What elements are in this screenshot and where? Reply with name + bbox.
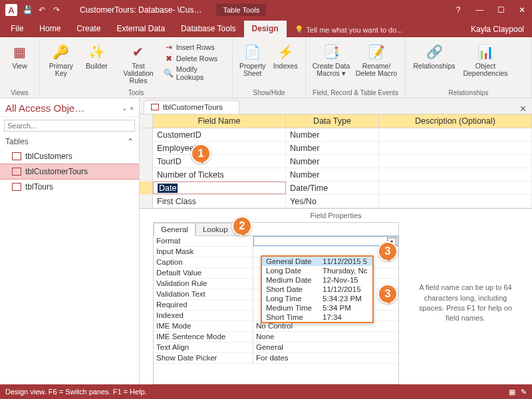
document-tab[interactable]: tblCustomerTours [144, 100, 239, 114]
tab-home[interactable]: Home [31, 21, 68, 37]
format-dropdown[interactable]: General Date11/12/2015 5Long DateThursda… [261, 255, 374, 323]
row-selector[interactable] [140, 142, 153, 154]
object-dependencies-button[interactable]: 📊Object Dependencies [462, 40, 509, 77]
table-icon [12, 183, 21, 191]
test-validation-button[interactable]: ✔Test Validation Rules [116, 40, 160, 84]
cell-description[interactable] [379, 195, 532, 207]
property-value[interactable]: None [253, 332, 398, 342]
design-view-icon[interactable]: ✎ [521, 388, 527, 396]
collapse-pane-icon[interactable]: « [130, 104, 134, 112]
row-selector[interactable] [140, 168, 153, 181]
modify-lookups-button[interactable]: 🔍Modify Lookups [164, 65, 227, 81]
nav-section-tables[interactable]: Tables⌃ [0, 134, 139, 148]
property-sheet-icon: 📄 [243, 43, 262, 61]
nav-item-tbltours[interactable]: tblTours [0, 180, 139, 194]
property-value[interactable]: General [253, 342, 398, 352]
signed-in-user[interactable]: Kayla Claypool [463, 21, 532, 37]
cell-data-type[interactable]: Number [286, 168, 379, 181]
view-button[interactable]: ▦ View [5, 40, 34, 70]
grid-row[interactable]: Date Date/Time [140, 182, 532, 195]
dropdown-option[interactable]: Long Time5:34:23 PM [262, 294, 372, 303]
cell-field-name[interactable]: Number of Tickets [153, 168, 286, 181]
tell-me-search[interactable]: 💡Tell me what you want to do... [292, 22, 406, 37]
close-button[interactable]: ✕ [517, 5, 527, 15]
tab-database-tools[interactable]: Database Tools [173, 21, 244, 37]
cell-data-type[interactable]: Number [286, 128, 379, 141]
cell-data-type[interactable]: Number [286, 142, 379, 154]
property-row[interactable]: Text Align General [154, 342, 398, 353]
primary-key-button[interactable]: 🔑Primary Key [45, 40, 77, 77]
ribbon-tabs: File Home Create External Data Database … [0, 20, 532, 37]
contextual-tab-label: Table Tools [216, 4, 266, 16]
column-field-name[interactable]: Field Name [153, 114, 286, 128]
nav-item-tblcustomertours[interactable]: tblCustomerTours [0, 164, 139, 180]
indexes-button[interactable]: ⚡Indexes [271, 40, 301, 70]
cell-description[interactable] [379, 155, 532, 168]
insert-rows-button[interactable]: ⇥Insert Rows [164, 43, 227, 52]
cell-field-name[interactable]: CustomerID [153, 128, 286, 141]
undo-icon[interactable]: ↶ [37, 5, 47, 15]
tab-external-data[interactable]: External Data [108, 21, 173, 37]
row-selector[interactable] [140, 182, 153, 194]
cell-field-name[interactable]: TourID [153, 155, 286, 168]
cell-description[interactable] [379, 182, 532, 194]
tab-general[interactable]: General [154, 223, 196, 236]
row-selector[interactable] [140, 195, 153, 207]
dropdown-option[interactable]: Short Time17:34 [262, 313, 372, 322]
property-row[interactable]: Format ▾ [154, 236, 398, 247]
dropdown-option[interactable]: Long DateThursday, Nc [262, 266, 372, 275]
cell-data-type[interactable]: Number [286, 155, 379, 168]
cell-field-name[interactable]: Date [153, 182, 286, 194]
tab-file[interactable]: File [3, 21, 31, 37]
delete-rows-button[interactable]: ✖Delete Rows [164, 54, 227, 63]
table-icon [12, 168, 21, 176]
row-selector[interactable] [140, 128, 153, 141]
cell-data-type[interactable]: Date/Time [286, 182, 379, 194]
minimize-button[interactable]: — [475, 5, 484, 15]
save-icon[interactable]: 💾 [23, 5, 32, 15]
column-data-type[interactable]: Data Type [286, 114, 379, 128]
property-sheet-button[interactable]: 📄Property Sheet [238, 40, 267, 77]
ribbon: ▦ View Views 🔑Primary Key ✨Builder ✔Test… [0, 37, 532, 98]
builder-button[interactable]: ✨Builder [81, 40, 113, 70]
dropdown-option[interactable]: Medium Date12-Nov-15 [262, 275, 372, 285]
maximize-button[interactable]: ☐ [496, 5, 505, 15]
column-description[interactable]: Description (Optional) [379, 114, 532, 128]
cell-data-type[interactable]: Yes/No [286, 195, 379, 207]
tab-lookup[interactable]: Lookup [196, 223, 235, 236]
dependencies-icon: 📊 [476, 43, 495, 61]
create-data-macros-button[interactable]: 📑Create Data Macros ▾ [311, 40, 351, 77]
property-row[interactable]: Show Date Picker For dates [154, 353, 398, 364]
property-name: Default Value [154, 268, 253, 278]
dropdown-option[interactable]: Short Date11/12/2015 [262, 285, 372, 294]
datasheet-view-icon[interactable]: ▦ [509, 388, 515, 396]
dropdown-option[interactable]: General Date11/12/2015 5 [262, 257, 372, 266]
dropdown-option[interactable]: Medium Time5:34 PM [262, 303, 372, 313]
grid-row[interactable]: Number of Tickets Number [140, 168, 532, 182]
close-document-icon[interactable]: ✕ [514, 104, 532, 114]
chevron-down-icon[interactable]: ⌄ [122, 104, 127, 112]
nav-search-input[interactable] [4, 120, 135, 132]
nav-pane-title[interactable]: All Access Obje… [5, 102, 119, 114]
tab-design[interactable]: Design [244, 21, 287, 37]
property-value[interactable]: For dates [253, 353, 398, 363]
cell-description[interactable] [379, 168, 532, 181]
help-icon[interactable]: ? [454, 5, 463, 15]
property-name: Required [154, 300, 253, 310]
property-row[interactable]: IME Sentence Mode None [154, 332, 398, 342]
tab-create[interactable]: Create [68, 21, 108, 37]
grid-row[interactable]: CustomerID Number [140, 128, 532, 142]
app-logo-icon: A [5, 4, 17, 16]
grid-row[interactable]: First Class Yes/No [140, 195, 532, 208]
cell-field-name[interactable]: EmployeeID [153, 142, 286, 154]
cell-field-name[interactable]: First Class [153, 195, 286, 207]
rename-delete-macro-button[interactable]: 📝Rename/ Delete Macro [355, 40, 398, 77]
cell-description[interactable] [379, 128, 532, 141]
property-value[interactable]: ▾ [253, 236, 398, 246]
nav-item-tblcustomers[interactable]: tblCustomers [0, 149, 139, 164]
redo-icon[interactable]: ↷ [52, 5, 61, 15]
row-selector[interactable] [140, 155, 153, 168]
delete-row-icon: ✖ [164, 54, 174, 63]
cell-description[interactable] [379, 142, 532, 154]
relationships-button[interactable]: 🔗Relationships [411, 40, 458, 70]
